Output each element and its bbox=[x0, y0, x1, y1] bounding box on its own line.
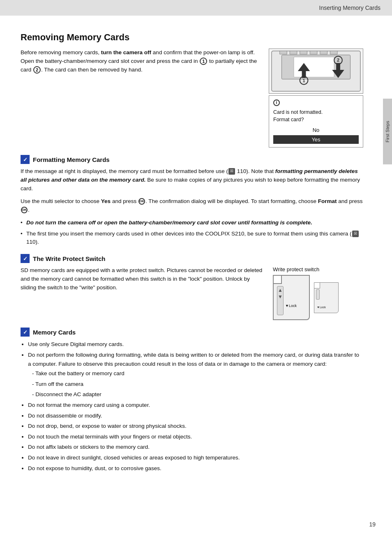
circle-2: 2 bbox=[33, 66, 41, 74]
camera-svg: 1 2 bbox=[269, 49, 363, 93]
write-protect-label: Write protect switch bbox=[273, 266, 363, 272]
formatting-body2: Use the multi selector to choose Yes and… bbox=[21, 197, 363, 215]
sd-card-large: ▲ ▼ ▼Lock bbox=[273, 275, 310, 320]
info-icon: i bbox=[273, 99, 280, 106]
dialog-text: Card is not formatted. Format card? bbox=[273, 109, 359, 123]
section-write-protect-title: The Write Protect Switch bbox=[33, 255, 105, 262]
mc-sub-bullet-1: Take out the battery or memory card bbox=[32, 369, 363, 378]
side-tab: First Steps bbox=[383, 99, 392, 164]
format-dialog: i Card is not formatted. Format card? No… bbox=[269, 95, 363, 148]
check-icon-memory-cards bbox=[21, 328, 30, 337]
mc-bullet-2: Do not perform the following during form… bbox=[28, 351, 363, 399]
sd-card-small: ▼Lock bbox=[314, 282, 339, 313]
arrow-up-icon: ▲ bbox=[278, 287, 283, 293]
intro-paragraph: Before removing memory cards, turn the c… bbox=[21, 48, 261, 74]
write-protect-text: SD memory cards are equipped with a writ… bbox=[21, 266, 265, 296]
mc-bullet-9: Do not expose to humidity, dust, or to c… bbox=[28, 464, 363, 473]
mc-sub-bullet-3: Disconnect the AC adapter bbox=[32, 390, 363, 399]
memory-cards-bullets: Use only Secure Digital memory cards. Do… bbox=[28, 340, 363, 473]
ref-icon-2: ☒ bbox=[352, 231, 359, 237]
circle-1: 1 bbox=[200, 58, 207, 65]
write-protect-diagram: ▲ ▼ ▼Lock ▼Lock bbox=[273, 275, 363, 320]
header-title: Inserting Memory Cards bbox=[319, 5, 380, 11]
intro-section: Before removing memory cards, turn the c… bbox=[21, 48, 363, 148]
dialog-text2: Format card? bbox=[273, 117, 304, 122]
ok-button-1: OK bbox=[138, 198, 145, 205]
mc-bullet-7: Do not affix labels or stickers to the m… bbox=[28, 443, 363, 452]
arrow-down-icon: ▼ bbox=[278, 294, 283, 300]
side-tab-label: First Steps bbox=[385, 121, 390, 143]
dialog-yes: Yes bbox=[273, 135, 359, 144]
mc-bullet-8: Do not leave in direct sunlight, closed … bbox=[28, 453, 363, 462]
section-memory-cards-header: Memory Cards bbox=[21, 328, 363, 337]
intro-text: Before removing memory cards, turn the c… bbox=[21, 48, 261, 148]
svg-rect-1 bbox=[280, 51, 287, 54]
formatting-bullets: Do not turn the camera off or open the b… bbox=[21, 219, 363, 247]
svg-rect-4 bbox=[310, 51, 317, 54]
sd-notch-small bbox=[314, 283, 320, 288]
write-protect-body: SD memory cards are equipped with a writ… bbox=[21, 266, 265, 292]
slider-small bbox=[316, 289, 320, 300]
mc-sub-bullet-2: Turn off the camera bbox=[32, 380, 363, 389]
svg-rect-6 bbox=[330, 51, 337, 54]
dialog-text1: Card is not formatted. bbox=[273, 109, 323, 115]
section-formatting-title: Formatting Memory Cards bbox=[33, 156, 110, 163]
mc-sub-bullets: Take out the battery or memory card Turn… bbox=[32, 369, 363, 399]
intro-image: 1 2 i Card is not formatted. Format card… bbox=[269, 48, 363, 148]
dialog-options: No Yes bbox=[273, 126, 359, 144]
svg-text:2: 2 bbox=[337, 58, 339, 62]
svg-rect-8 bbox=[294, 57, 334, 77]
mc-bullet-3: Do not format the memory card using a co… bbox=[28, 401, 363, 410]
lock-label-small: ▼Lock bbox=[317, 306, 326, 309]
mc-bullet-6: Do not touch the metal terminals with yo… bbox=[28, 432, 363, 441]
page-title: Removing Memory Cards bbox=[21, 32, 363, 43]
section-formatting-header: Formatting Memory Cards bbox=[21, 155, 363, 164]
section-write-protect-header: The Write Protect Switch bbox=[21, 254, 363, 263]
bullet-no-turn-off: Do not turn the camera off or open the b… bbox=[21, 219, 363, 227]
write-protect-section: SD memory cards are equipped with a writ… bbox=[21, 266, 363, 320]
main-content: Removing Memory Cards Before removing me… bbox=[0, 16, 380, 499]
camera-diagram: 1 2 bbox=[269, 48, 363, 94]
ok-button-2: OK bbox=[21, 207, 28, 213]
page-number: 19 bbox=[369, 521, 376, 528]
lock-label: ▼Lock bbox=[285, 304, 297, 308]
slider-track: ▲ ▼ bbox=[277, 286, 284, 315]
section-memory-cards-title: Memory Cards bbox=[33, 329, 76, 336]
ref-icon-1: ☒ bbox=[228, 168, 235, 175]
svg-rect-5 bbox=[320, 51, 327, 54]
dialog-no: No bbox=[273, 126, 359, 134]
svg-rect-3 bbox=[300, 51, 307, 54]
check-icon-formatting bbox=[21, 155, 30, 164]
write-protect-image: Write protect switch ▲ ▼ ▼Lock ▼Lock bbox=[273, 266, 363, 320]
check-icon-write-protect bbox=[21, 254, 30, 263]
svg-text:1: 1 bbox=[303, 78, 305, 83]
bullet-first-time: The first time you insert the memory car… bbox=[21, 230, 363, 247]
mc-bullet-1: Use only Secure Digital memory cards. bbox=[28, 340, 363, 349]
formatting-body1: If the message at right is displayed, th… bbox=[21, 167, 363, 193]
svg-rect-2 bbox=[290, 51, 297, 54]
mc-bullet-4: Do not disassemble or modify. bbox=[28, 411, 363, 420]
sd-notch bbox=[274, 276, 282, 284]
mc-bullet-5: Do not drop, bend, or expose to water or… bbox=[28, 422, 363, 431]
header-bar: Inserting Memory Cards bbox=[0, 0, 392, 16]
